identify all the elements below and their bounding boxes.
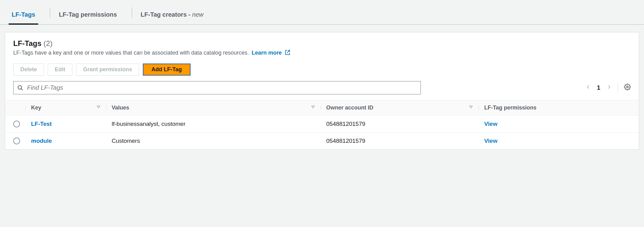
view-permissions-link[interactable]: View bbox=[484, 121, 497, 127]
settings-button[interactable] bbox=[624, 84, 631, 92]
page-prev-button[interactable] bbox=[586, 84, 591, 92]
tab-label-new: new bbox=[192, 11, 203, 18]
tab-lf-tags[interactable]: LF-Tags bbox=[9, 6, 38, 24]
tab-divider bbox=[132, 7, 132, 18]
column-permissions-label: LF-Tag permissions bbox=[484, 105, 537, 111]
svg-marker-5 bbox=[469, 106, 472, 108]
grant-permissions-button[interactable]: Grant permissions bbox=[76, 64, 139, 76]
tag-values: Customers bbox=[106, 133, 321, 150]
panel-count: (2) bbox=[43, 39, 52, 47]
panel-title-text: LF-Tags bbox=[13, 39, 42, 47]
column-permissions: LF-Tag permissions bbox=[479, 100, 639, 116]
external-link-icon bbox=[285, 50, 290, 55]
tag-values: lf-businessanalyst, customer bbox=[106, 116, 321, 133]
pager: 1 bbox=[586, 84, 631, 92]
learn-more-label: Learn more bbox=[252, 50, 282, 56]
page-number: 1 bbox=[597, 84, 600, 91]
tag-key-link[interactable]: module bbox=[31, 138, 52, 144]
lf-tags-panel: LF-Tags (2) LF-Tags have a key and one o… bbox=[5, 32, 639, 150]
delete-button[interactable]: Delete bbox=[13, 64, 44, 76]
column-key-label: Key bbox=[31, 105, 41, 111]
pager-divider bbox=[618, 84, 618, 92]
row-select-radio[interactable] bbox=[13, 121, 20, 127]
column-owner-label: Owner account ID bbox=[326, 105, 373, 111]
add-lf-tag-button[interactable]: Add LF-Tag bbox=[143, 64, 191, 76]
svg-marker-3 bbox=[97, 106, 100, 108]
panel-title: LF-Tags (2) bbox=[13, 39, 631, 48]
filter-icon[interactable] bbox=[469, 105, 473, 111]
column-key[interactable]: Key bbox=[26, 100, 106, 116]
learn-more-link[interactable]: Learn more bbox=[252, 50, 290, 56]
svg-point-0 bbox=[18, 85, 22, 89]
owner-account-id: 054881201579 bbox=[321, 133, 479, 150]
toolbar: Delete Edit Grant permissions Add LF-Tag bbox=[5, 59, 639, 76]
search-input[interactable] bbox=[26, 84, 417, 92]
tab-lf-tag-creators[interactable]: LF-Tag creators - new bbox=[138, 6, 207, 24]
panel-description-text: LF-Tags have a key and one or more value… bbox=[13, 50, 249, 56]
view-permissions-link[interactable]: View bbox=[484, 138, 497, 144]
svg-marker-4 bbox=[312, 106, 314, 108]
tabs-bar: LF-Tags LF-Tag permissions LF-Tag creato… bbox=[0, 0, 644, 25]
search-box[interactable] bbox=[13, 81, 421, 94]
row-select-radio[interactable] bbox=[13, 138, 20, 144]
table-row: module Customers 054881201579 View bbox=[5, 133, 639, 150]
gear-icon bbox=[624, 84, 631, 90]
tab-divider bbox=[50, 7, 50, 18]
tab-lf-tag-permissions[interactable]: LF-Tag permissions bbox=[56, 6, 120, 24]
column-values[interactable]: Values bbox=[106, 100, 321, 116]
panel-header: LF-Tags (2) LF-Tags have a key and one o… bbox=[5, 32, 639, 59]
tag-key-link[interactable]: LF-Test bbox=[31, 121, 52, 127]
filter-icon[interactable] bbox=[96, 105, 101, 111]
panel-description: LF-Tags have a key and one or more value… bbox=[13, 50, 631, 56]
column-values-label: Values bbox=[112, 105, 129, 111]
chevron-left-icon bbox=[586, 84, 591, 90]
search-icon bbox=[17, 85, 23, 91]
column-owner[interactable]: Owner account ID bbox=[321, 100, 479, 116]
table-row: LF-Test lf-businessanalyst, customer 054… bbox=[5, 116, 639, 133]
search-row: 1 bbox=[5, 76, 639, 100]
filter-icon[interactable] bbox=[311, 105, 315, 111]
page-next-button[interactable] bbox=[606, 84, 611, 92]
lf-tags-table: Key Values Owner account ID bbox=[5, 100, 639, 149]
chevron-right-icon bbox=[606, 84, 611, 90]
svg-point-2 bbox=[626, 86, 628, 88]
column-select bbox=[5, 100, 26, 116]
owner-account-id: 054881201579 bbox=[321, 116, 479, 133]
tab-label-prefix: LF-Tag creators - bbox=[141, 11, 192, 18]
svg-line-1 bbox=[21, 89, 23, 90]
edit-button[interactable]: Edit bbox=[48, 64, 72, 76]
